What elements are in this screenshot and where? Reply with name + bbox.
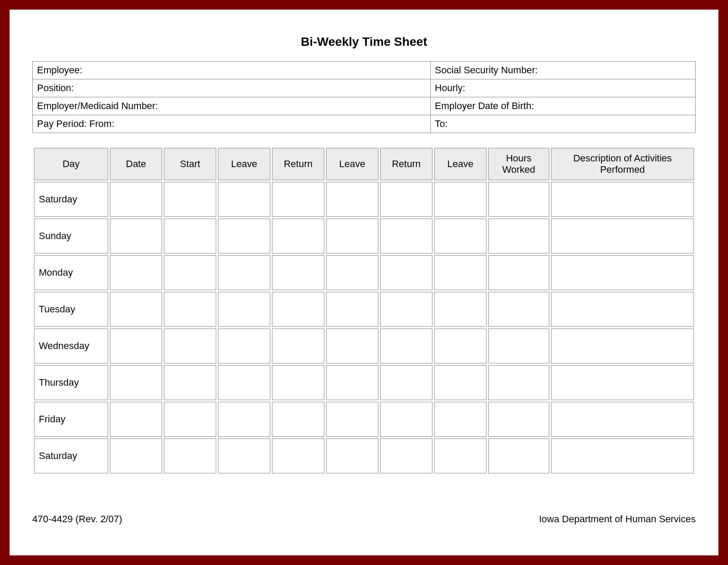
leave-cell[interactable] bbox=[434, 365, 486, 400]
leave-cell[interactable] bbox=[434, 402, 486, 437]
leave-cell[interactable] bbox=[434, 438, 486, 473]
employer-dob-label: Employer Date of Birth: bbox=[430, 97, 695, 115]
table-row: Friday bbox=[34, 402, 694, 437]
leave-cell[interactable] bbox=[326, 438, 378, 473]
table-row: Sunday bbox=[34, 219, 694, 253]
date-cell[interactable] bbox=[110, 182, 162, 217]
leave-cell[interactable] bbox=[218, 402, 270, 437]
return-cell[interactable] bbox=[272, 292, 324, 327]
desc-cell[interactable] bbox=[551, 365, 694, 400]
date-cell[interactable] bbox=[110, 219, 162, 253]
hours-cell[interactable] bbox=[488, 329, 549, 363]
document-frame: Bi-Weekly Time Sheet Employee: Social Se… bbox=[0, 0, 728, 565]
col-leave2: Leave bbox=[326, 148, 378, 180]
desc-cell[interactable] bbox=[551, 329, 694, 363]
return-cell[interactable] bbox=[380, 438, 432, 473]
return-cell[interactable] bbox=[272, 329, 324, 363]
col-hours: Hours Worked bbox=[488, 148, 549, 180]
leave-cell[interactable] bbox=[218, 255, 270, 290]
hours-cell[interactable] bbox=[488, 219, 549, 253]
day-cell: Tuesday bbox=[34, 292, 108, 327]
return-cell[interactable] bbox=[380, 255, 432, 290]
date-cell[interactable] bbox=[110, 292, 162, 327]
desc-cell[interactable] bbox=[551, 219, 694, 253]
employer-medicaid-label: Employer/Medicaid Number: bbox=[33, 97, 431, 115]
leave-cell[interactable] bbox=[434, 329, 486, 363]
leave-cell[interactable] bbox=[326, 365, 378, 400]
leave-cell[interactable] bbox=[326, 255, 378, 290]
hours-cell[interactable] bbox=[488, 255, 549, 290]
desc-cell[interactable] bbox=[551, 438, 694, 473]
return-cell[interactable] bbox=[380, 292, 432, 327]
leave-cell[interactable] bbox=[218, 329, 270, 363]
col-return1: Return bbox=[272, 148, 324, 180]
desc-cell[interactable] bbox=[551, 182, 694, 217]
date-cell[interactable] bbox=[110, 438, 162, 473]
date-cell[interactable] bbox=[110, 329, 162, 363]
desc-cell[interactable] bbox=[551, 255, 694, 290]
start-cell[interactable] bbox=[164, 219, 216, 253]
day-cell: Wednesday bbox=[34, 329, 108, 363]
start-cell[interactable] bbox=[164, 292, 216, 327]
grid-header-row: Day Date Start Leave Return Leave Return… bbox=[34, 148, 694, 180]
start-cell[interactable] bbox=[164, 438, 216, 473]
timesheet-grid: Day Date Start Leave Return Leave Return… bbox=[32, 146, 696, 475]
day-cell: Friday bbox=[34, 402, 108, 437]
start-cell[interactable] bbox=[164, 402, 216, 437]
leave-cell[interactable] bbox=[326, 292, 378, 327]
return-cell[interactable] bbox=[380, 182, 432, 217]
day-cell: Monday bbox=[34, 255, 108, 290]
hours-cell[interactable] bbox=[488, 365, 549, 400]
table-row: Monday bbox=[34, 255, 694, 290]
start-cell[interactable] bbox=[164, 182, 216, 217]
hours-cell[interactable] bbox=[488, 182, 549, 217]
leave-cell[interactable] bbox=[326, 402, 378, 437]
hours-cell[interactable] bbox=[488, 292, 549, 327]
return-cell[interactable] bbox=[272, 402, 324, 437]
table-row: Wednesday bbox=[34, 329, 694, 363]
return-cell[interactable] bbox=[272, 365, 324, 400]
return-cell[interactable] bbox=[272, 255, 324, 290]
return-cell[interactable] bbox=[380, 365, 432, 400]
desc-cell[interactable] bbox=[551, 292, 694, 327]
leave-cell[interactable] bbox=[434, 255, 486, 290]
leave-cell[interactable] bbox=[218, 365, 270, 400]
date-cell[interactable] bbox=[110, 255, 162, 290]
leave-cell[interactable] bbox=[434, 292, 486, 327]
day-cell: Sunday bbox=[34, 219, 108, 253]
leave-cell[interactable] bbox=[326, 182, 378, 217]
leave-cell[interactable] bbox=[326, 219, 378, 253]
document-title: Bi-Weekly Time Sheet bbox=[32, 35, 696, 49]
hours-cell[interactable] bbox=[488, 438, 549, 473]
table-row: Thursday bbox=[34, 365, 694, 400]
footer: 470-4429 (Rev. 2/07) Iowa Department of … bbox=[32, 514, 696, 525]
leave-cell[interactable] bbox=[218, 219, 270, 253]
return-cell[interactable] bbox=[272, 219, 324, 253]
leave-cell[interactable] bbox=[326, 329, 378, 363]
col-return2: Return bbox=[380, 148, 432, 180]
position-label: Position: bbox=[33, 79, 431, 97]
leave-cell[interactable] bbox=[218, 438, 270, 473]
date-cell[interactable] bbox=[110, 402, 162, 437]
return-cell[interactable] bbox=[380, 219, 432, 253]
start-cell[interactable] bbox=[164, 255, 216, 290]
hours-cell[interactable] bbox=[488, 402, 549, 437]
col-desc: Description of Activities Performed bbox=[551, 148, 694, 180]
return-cell[interactable] bbox=[272, 438, 324, 473]
date-cell[interactable] bbox=[110, 365, 162, 400]
leave-cell[interactable] bbox=[434, 219, 486, 253]
grid-body: Saturday Sunday bbox=[34, 182, 694, 473]
form-number: 470-4429 (Rev. 2/07) bbox=[32, 514, 122, 525]
start-cell[interactable] bbox=[164, 329, 216, 363]
leave-cell[interactable] bbox=[434, 182, 486, 217]
leave-cell[interactable] bbox=[218, 292, 270, 327]
return-cell[interactable] bbox=[380, 402, 432, 437]
pay-period-from-label: Pay Period: From: bbox=[33, 115, 431, 133]
start-cell[interactable] bbox=[164, 365, 216, 400]
return-cell[interactable] bbox=[380, 329, 432, 363]
leave-cell[interactable] bbox=[218, 182, 270, 217]
col-date: Date bbox=[110, 148, 162, 180]
return-cell[interactable] bbox=[272, 182, 324, 217]
col-start: Start bbox=[164, 148, 216, 180]
desc-cell[interactable] bbox=[551, 402, 694, 437]
